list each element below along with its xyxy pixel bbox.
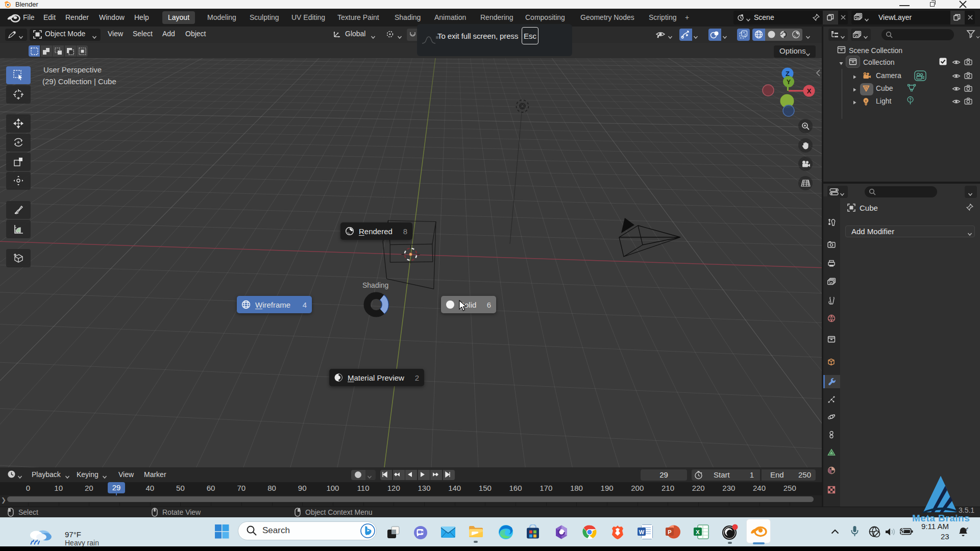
svg-text:z: z: [967, 527, 968, 530]
svg-text:X: X: [807, 87, 812, 95]
svg-text:X: X: [696, 529, 700, 535]
svg-text:P: P: [668, 529, 671, 535]
svg-text:Y: Y: [787, 79, 791, 86]
svg-text:W: W: [639, 529, 645, 535]
